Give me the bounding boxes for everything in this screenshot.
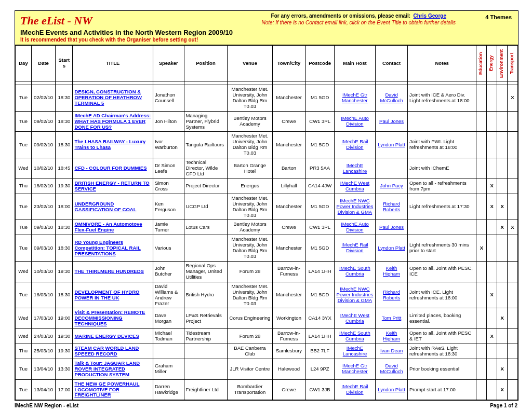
cell-postcode: CA14 3YX [305, 308, 334, 329]
events-table: Day Date Starts TITLE Speaker Position V… [15, 45, 518, 400]
contact-link[interactable]: Paul Jones [379, 224, 404, 230]
cell-postcode: LA14 1HH [305, 261, 334, 282]
event-title-link[interactable]: MARINE ENERGY DEVICES [74, 333, 139, 339]
contact-link[interactable]: John Pacy [380, 183, 403, 188]
host-link[interactable]: IMechE Lancashire [343, 162, 367, 174]
cell-postcode: CW1 3JB [305, 379, 334, 400]
contact-link[interactable]: David McCulloch [380, 92, 403, 103]
col-host: Main Host [334, 46, 375, 81]
contact-link[interactable]: Ivan Dean [380, 348, 403, 353]
header-right-block: For any errors, amendments or omissions,… [262, 13, 456, 25]
host-link[interactable]: IMechE Rail Division [341, 139, 368, 150]
col-town: Town/City [272, 46, 305, 81]
contact-link[interactable]: Keith Higham [383, 330, 400, 341]
host-link[interactable]: IMechE Gtr Manchester [342, 92, 368, 103]
cell-date: 18/02/10 [31, 179, 55, 194]
table-row: Wed17/03/1019:00Visit & Presentation: RE… [16, 308, 518, 329]
host-link[interactable]: IMechE Auto Division [341, 221, 369, 232]
cell-speaker [153, 344, 184, 359]
host-link[interactable]: IMechE Rail Division [341, 383, 368, 395]
theme-mark [487, 111, 497, 132]
errors-contact-link[interactable]: Chris George [414, 13, 446, 19]
cell-speaker: Jamie Turner [153, 220, 184, 235]
cell-title: THE NEW GE POWERHAUL LOCOMOTIVE FOR FREI… [73, 379, 153, 400]
cell-postcode: M1 5GD [305, 194, 334, 220]
col-theme-education: Education [476, 46, 487, 81]
host-link[interactable]: IMechE West Cumbria [340, 312, 369, 324]
table-row: Tue13/04/1013:30Talk & Tour: JAGUAR LAND… [16, 359, 518, 379]
cell-title: STEAM CAR WORLD LAND SPEEED RECORD [73, 344, 153, 359]
event-title-link[interactable]: THE THIRLMERE HUNDREDS [74, 268, 144, 274]
theme-mark [476, 132, 487, 158]
event-title-link[interactable]: STEAM CAR WORLD LAND SPEEED RECORD [74, 345, 139, 357]
host-link[interactable]: IMechE Gtr Manchester [342, 363, 368, 374]
cell-starts: 18:30 [56, 85, 73, 112]
host-link[interactable]: IMechE Rail Division [341, 242, 368, 253]
event-title-link[interactable]: UNDERGROUND GASSIFICATION OF COAL [74, 201, 136, 212]
event-title-link[interactable]: The LHASA RAILWAY - Luxury Trains to Lha… [74, 139, 145, 150]
cell-date: 24/03/10 [31, 329, 55, 344]
cell-date: 23/02/10 [31, 194, 55, 220]
event-title-link[interactable]: IMechE AD Chairman's Address: WHAT HAS F… [74, 113, 151, 130]
cell-contact: Richard Roberts [376, 282, 408, 308]
cell-postcode: L24 9PZ [305, 359, 334, 379]
event-title-link[interactable]: BRITISH ENERGY - RETURN TO SERVICE [74, 180, 149, 191]
theme-mark [476, 111, 487, 132]
contact-link[interactable]: Keith Higham [383, 265, 400, 277]
cell-position: Freightliner Ltd [184, 379, 228, 400]
cell-host: IMechE Auto Division [334, 111, 375, 132]
cell-town: Barton [272, 158, 305, 179]
event-title-link[interactable]: OMNIVORE - An Automotove Flex-Fuel Engin… [74, 221, 142, 232]
host-link[interactable]: IMechE NWC Power Industries Division & G… [337, 286, 374, 303]
event-title-link[interactable]: RD Young Engineers Competition: TOPICAL … [74, 239, 140, 256]
event-title-link[interactable]: CFD - COLOUR FOR DUMMIES [74, 165, 147, 171]
cell-contact: Keith Higham [376, 261, 408, 282]
cell-speaker: Michael Todman [153, 329, 184, 344]
cell-date: 13/04/10 [31, 359, 55, 379]
contact-link[interactable]: Richard Roberts [383, 201, 400, 212]
contact-link[interactable]: Richard Roberts [383, 289, 400, 300]
host-link[interactable]: IMechE Lancashire [343, 345, 367, 357]
host-link[interactable]: IMechE NWC Power Industries Division & G… [337, 198, 374, 215]
cell-venue: BAE Canberra Club [228, 344, 272, 359]
event-title-link[interactable]: DESIGN, CONSTRUCTION & OPERATION OF HEAT… [74, 89, 141, 106]
cell-notes: Light refreshments at 17:30 [407, 194, 476, 220]
contact-link[interactable]: Lyndon Platt [378, 142, 405, 147]
cell-town: Barrow-in-Furness [272, 261, 305, 282]
cell-contact: David McCulloch [376, 85, 408, 112]
cell-notes: Open to all - refreshments from 7pm [407, 179, 476, 194]
event-title-link[interactable]: THE NEW GE POWERHAUL LOCOMOTIVE FOR FREI… [74, 381, 139, 398]
event-title-link[interactable]: Visit & Presentation: REMOTE DECOMMISSIO… [74, 309, 145, 326]
cell-starts: 18:30 [56, 220, 73, 235]
contact-link[interactable]: Lyndon Platt [378, 245, 405, 251]
table-row: Wed10/03/1019:30THE THIRLMERE HUNDREDSJo… [16, 261, 518, 282]
theme-mark [508, 261, 518, 282]
cell-speaker: Dave Morgan [153, 308, 184, 329]
theme-mark [508, 282, 518, 308]
host-link[interactable]: IMechE West Cumbria [340, 180, 369, 191]
contact-link[interactable]: Paul Jones [379, 118, 404, 124]
cell-position: Tidestream Partnership [184, 329, 228, 344]
host-link[interactable]: IMechE South Cumbria [339, 330, 370, 341]
contact-link[interactable]: Tom Pritt [382, 315, 401, 321]
contact-link[interactable]: Lyndon Platt [378, 387, 405, 392]
theme-mark [497, 329, 508, 344]
cell-day: Wed [16, 308, 32, 329]
host-link[interactable]: IMechE Auto Division [341, 115, 369, 127]
theme-mark [476, 359, 487, 379]
cell-starts: 19:30 [56, 261, 73, 282]
host-link[interactable]: IMechE South Cumbria [339, 265, 370, 277]
table-row: Tue16/03/1018:30DEVELOPMENT OF HYDRO POW… [16, 282, 518, 308]
event-title-link[interactable]: Talk & Tour: JAGUAR LAND ROVER INTEGRATE… [74, 360, 140, 377]
cell-postcode: M1 5GD [305, 132, 334, 158]
theme-mark [497, 344, 508, 359]
cell-position: LP&S Retrievals Project [184, 308, 228, 329]
cell-contact: Paul Jones [376, 220, 408, 235]
cell-speaker: Dr Simon Leefe [153, 158, 184, 179]
cell-position [184, 85, 228, 112]
contact-link[interactable]: David McCulloch [380, 363, 403, 374]
event-title-link[interactable]: DEVELOPMENT OF HYDRO POWER IN THE UK [74, 289, 139, 300]
cell-notes: Open to all. Joint with PESC & IET [407, 329, 476, 344]
cell-notes: Limited places, booking essential. [407, 308, 476, 329]
theme-mark: X [487, 194, 497, 220]
